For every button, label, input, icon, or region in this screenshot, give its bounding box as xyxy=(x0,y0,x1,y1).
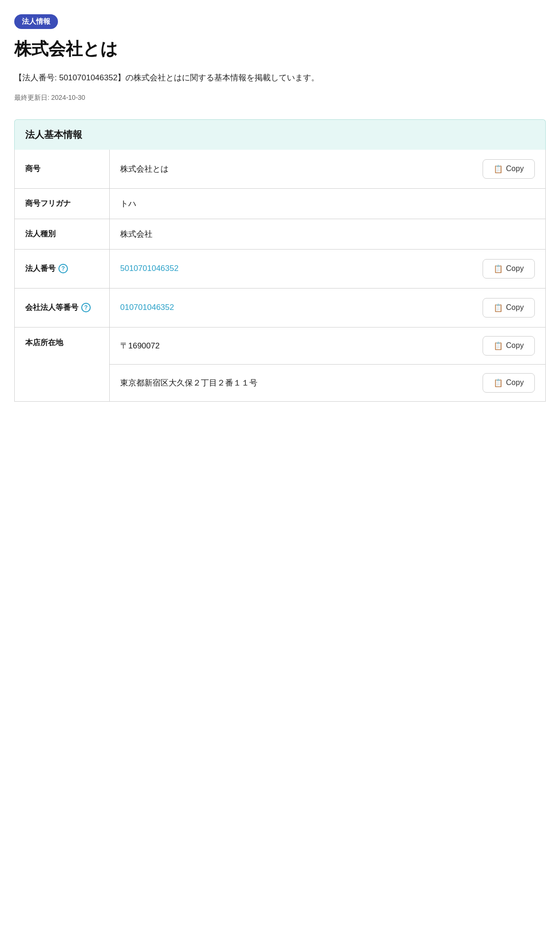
copy-button-kaisha-bango[interactable]: 📋 Copy xyxy=(483,298,535,318)
section-header: 法人基本情報 xyxy=(14,119,546,150)
kaisha-bango-label-text: 会社法人等番号 xyxy=(25,303,78,313)
last-updated-value: 2024-10-30 xyxy=(51,94,85,101)
label-address: 本店所在地 xyxy=(15,327,110,401)
corporate-badge: 法人情報 xyxy=(14,14,58,29)
copy-button-address-full[interactable]: 📋 Copy xyxy=(483,373,535,393)
shogo-value: 株式会社とは xyxy=(120,164,477,174)
copy-button-shogo[interactable]: 📋 Copy xyxy=(483,159,535,179)
value-hojin-shubetsu: 株式会社 xyxy=(110,219,546,249)
address-postal-row: 〒1690072 📋 Copy xyxy=(110,328,545,364)
value-kaisha-bango: 010701046352 📋 Copy xyxy=(110,288,546,327)
table-row-furigana: 商号フリガナ トハ xyxy=(15,188,546,219)
value-address: 〒1690072 📋 Copy 東京都新宿区大久保２丁目２番１１号 📋 Copy xyxy=(110,327,546,401)
label-furigana: 商号フリガナ xyxy=(15,188,110,219)
label-hojin-bango: 法人番号 ? xyxy=(15,249,110,288)
table-row-shogo: 商号 株式会社とは 📋 Copy xyxy=(15,150,546,189)
furigana-value: トハ xyxy=(120,199,136,208)
copy-icon-shogo: 📋 xyxy=(494,164,503,174)
copy-button-hojin-bango[interactable]: 📋 Copy xyxy=(483,259,535,279)
copy-icon-hojin-bango: 📋 xyxy=(494,264,503,273)
value-shogo: 株式会社とは 📋 Copy xyxy=(110,150,546,189)
label-shogo: 商号 xyxy=(15,150,110,189)
help-icon-hojin-bango[interactable]: ? xyxy=(58,264,68,273)
copy-label-postal: Copy xyxy=(506,341,523,350)
label-kaisha-bango: 会社法人等番号 ? xyxy=(15,288,110,327)
table-row-hojin-bango: 法人番号 ? 5010701046352 📋 Copy xyxy=(15,249,546,288)
copy-icon-kaisha-bango: 📋 xyxy=(494,303,503,312)
hojin-bango-label-text: 法人番号 xyxy=(25,264,56,274)
address-full-row: 東京都新宿区大久保２丁目２番１１号 📋 Copy xyxy=(110,364,545,401)
value-hojin-bango: 5010701046352 📋 Copy xyxy=(110,249,546,288)
help-icon-kaisha-bango[interactable]: ? xyxy=(81,303,91,312)
copy-label-shogo: Copy xyxy=(506,164,523,173)
hojin-shubetsu-value: 株式会社 xyxy=(120,230,152,239)
value-furigana: トハ xyxy=(110,188,546,219)
kaisha-bango-link[interactable]: 010701046352 xyxy=(120,303,174,312)
table-row-address: 本店所在地 〒1690072 📋 Copy 東京都新宿区大久保２丁目２番 xyxy=(15,327,546,401)
table-row-hojin-shubetsu: 法人種別 株式会社 xyxy=(15,219,546,249)
address-postal-value: 〒1690072 xyxy=(120,340,477,351)
last-updated-label: 最終更新日: xyxy=(14,94,49,101)
copy-label-hojin-bango: Copy xyxy=(506,264,523,273)
address-full-value: 東京都新宿区大久保２丁目２番１１号 xyxy=(120,377,477,388)
copy-button-postal[interactable]: 📋 Copy xyxy=(483,336,535,356)
info-table: 商号 株式会社とは 📋 Copy 商号フリガナ トハ 法人種別 xyxy=(14,150,546,402)
page-title: 株式会社とは xyxy=(14,38,546,61)
label-hojin-shubetsu: 法人種別 xyxy=(15,219,110,249)
copy-label-kaisha-bango: Copy xyxy=(506,303,523,312)
page-description: 【法人番号: 5010701046352】の株式会社とはに関する基本情報を掲載し… xyxy=(14,71,546,85)
hojin-bango-link[interactable]: 5010701046352 xyxy=(120,264,179,273)
last-updated: 最終更新日: 2024-10-30 xyxy=(14,94,546,102)
copy-label-address-full: Copy xyxy=(506,378,523,387)
table-row-kaisha-bango: 会社法人等番号 ? 010701046352 📋 Copy xyxy=(15,288,546,327)
copy-icon-postal: 📋 xyxy=(494,341,503,350)
copy-icon-address-full: 📋 xyxy=(494,378,503,387)
